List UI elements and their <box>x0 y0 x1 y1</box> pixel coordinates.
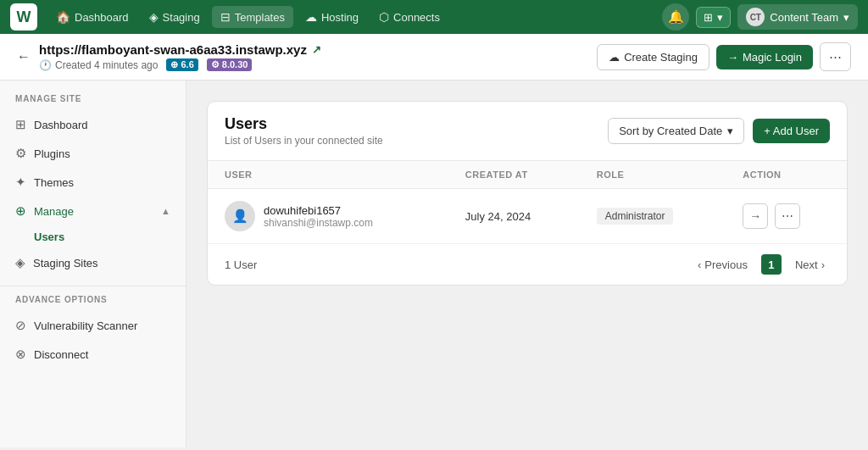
nav-item-templates[interactable]: ⊟ Templates <box>212 6 293 28</box>
sidebar-disconnect-label: Disconnect <box>34 348 88 361</box>
php-version-badge: ⚙ 8.0.30 <box>207 58 253 71</box>
sidebar-item-plugins[interactable]: ⚙ Plugins <box>0 139 186 168</box>
add-user-button[interactable]: + Add User <box>753 119 830 143</box>
magic-login-button[interactable]: → Magic Login <box>716 45 813 69</box>
role-cell: Administrator <box>580 189 726 244</box>
nav-item-dashboard[interactable]: 🏠 Dashboard <box>47 6 137 28</box>
disconnect-icon: ⊗ <box>15 347 26 362</box>
themes-sidebar-icon: ✦ <box>15 175 26 190</box>
notification-bell[interactable]: 🔔 <box>662 3 689 31</box>
created-at-cell: July 24, 2024 <box>448 189 580 244</box>
logo-letter: W <box>17 9 31 25</box>
create-staging-label: Create Staging <box>624 51 698 64</box>
logo[interactable]: W <box>10 3 37 31</box>
avatar: 👤 <box>225 201 255 231</box>
nav-templates-label: Templates <box>235 11 285 24</box>
action-cell: → ⋯ <box>726 189 847 244</box>
back-button[interactable]: ← <box>17 49 31 64</box>
dashboard-sidebar-icon: ⊞ <box>15 117 26 132</box>
total-users-label: 1 User <box>225 258 257 271</box>
sidebar-vulnerability-label: Vulnerability Scanner <box>34 319 137 332</box>
subheader: ← https://flamboyant-swan-a6aa33.instawp… <box>0 34 868 81</box>
sidebar-manage-label: Manage <box>34 205 74 218</box>
main-layout: MANAGE SITE ⊞ Dashboard ⚙ Plugins ✦ Them… <box>0 81 868 447</box>
workspace-switcher[interactable]: ⊞ ▾ <box>696 7 731 28</box>
user-details: dowuhifebi1657 shivanshi@instawp.com <box>264 204 373 229</box>
staging-sites-sidebar-icon: ◈ <box>15 255 25 270</box>
user-cell: 👤 dowuhifebi1657 shivanshi@instawp.com <box>208 189 448 244</box>
templates-icon: ⊟ <box>220 10 231 24</box>
col-header-role: ROLE <box>580 161 726 189</box>
next-button[interactable]: Next › <box>790 256 830 274</box>
sidebar-dashboard-label: Dashboard <box>34 119 88 131</box>
previous-label: Previous <box>704 258 748 271</box>
external-link-icon[interactable]: ↗ <box>312 43 321 56</box>
login-action-button[interactable]: → <box>743 203 768 229</box>
staging-icon: ◈ <box>149 10 159 24</box>
more-options-button[interactable]: ⋯ <box>820 42 851 71</box>
content-area: Users List of Users in your connected si… <box>186 81 868 447</box>
manage-chevron-icon: ▲ <box>161 206 170 216</box>
topnav: W 🏠 Dashboard ◈ Staging ⊟ Templates ☁ Ho… <box>0 0 868 34</box>
site-url-text: https://flamboyant-swan-a6aa33.instawp.x… <box>39 42 307 57</box>
sort-button[interactable]: Sort by Created Date ▾ <box>608 118 744 144</box>
sidebar-item-dashboard[interactable]: ⊞ Dashboard <box>0 110 186 139</box>
card-header: Users List of Users in your connected si… <box>208 102 847 160</box>
nav-connects-label: Connects <box>393 11 440 24</box>
col-header-user: USER <box>208 161 448 189</box>
col-header-action: ACTION <box>726 161 847 189</box>
manage-site-label: MANAGE SITE <box>0 94 186 110</box>
sidebar-item-themes[interactable]: ✦ Themes <box>0 168 186 197</box>
created-label: 🕐 Created 4 minutes ago <box>39 59 158 71</box>
create-staging-icon: ☁ <box>609 51 620 64</box>
nav-item-staging[interactable]: ◈ Staging <box>141 6 209 28</box>
clock-icon: 🕐 <box>39 59 52 71</box>
site-url-container: https://flamboyant-swan-a6aa33.instawp.x… <box>39 42 321 57</box>
card-subtitle: List of Users in your connected site <box>225 135 383 147</box>
create-staging-button[interactable]: ☁ Create Staging <box>597 44 709 70</box>
user-chevron-icon: ▾ <box>843 11 849 24</box>
sidebar-item-manage[interactable]: ⊕ Manage ▲ <box>0 197 186 225</box>
col-header-created-at: CREATED AT <box>448 161 580 189</box>
current-page[interactable]: 1 <box>761 254 782 275</box>
wp-version-badge: ⊕ 6.6 <box>166 58 198 71</box>
nav-dashboard-label: Dashboard <box>75 11 129 24</box>
chevron-down-icon: ▾ <box>717 11 723 24</box>
subheader-actions: ☁ Create Staging → Magic Login ⋯ <box>597 42 851 71</box>
previous-button[interactable]: ‹ Previous <box>693 256 753 274</box>
sidebar-plugins-label: Plugins <box>34 147 70 160</box>
user-avatar-circle: CT <box>746 8 765 26</box>
previous-icon: ‹ <box>698 258 701 271</box>
user-info: 👤 dowuhifebi1657 shivanshi@instawp.com <box>225 201 431 231</box>
pagination-controls: ‹ Previous 1 Next › <box>693 254 830 275</box>
connects-icon: ⬡ <box>379 10 389 24</box>
more-action-button[interactable]: ⋯ <box>775 203 800 229</box>
nav-item-connects[interactable]: ⬡ Connects <box>370 6 448 28</box>
manage-sidebar-icon: ⊕ <box>15 203 26 219</box>
plugins-sidebar-icon: ⚙ <box>15 146 26 161</box>
user-menu[interactable]: CT Content Team ▾ <box>737 4 858 30</box>
workspace-icon: ⊞ <box>704 11 713 24</box>
dashboard-icon: 🏠 <box>56 10 70 24</box>
sidebar-item-vulnerability-scanner[interactable]: ⊘ Vulnerability Scanner <box>0 311 186 340</box>
sidebar-staging-sites-label: Staging Sites <box>33 257 98 269</box>
next-icon: › <box>821 258 825 271</box>
avatar-icon: 👤 <box>232 208 248 224</box>
hosting-icon: ☁ <box>305 10 317 24</box>
sidebar-sub-item-users[interactable]: Users <box>0 225 186 248</box>
add-user-label: + Add User <box>764 125 819 137</box>
sidebar-themes-label: Themes <box>34 176 74 189</box>
user-name: dowuhifebi1657 <box>264 204 373 217</box>
sidebar-users-label: Users <box>34 231 64 243</box>
pagination: 1 User ‹ Previous 1 Next › <box>208 244 847 285</box>
vulnerability-scanner-icon: ⊘ <box>15 318 26 333</box>
action-buttons: → ⋯ <box>743 203 830 229</box>
sidebar-item-disconnect[interactable]: ⊗ Disconnect <box>0 340 186 369</box>
role-badge: Administrator <box>597 208 674 225</box>
nav-item-hosting[interactable]: ☁ Hosting <box>297 6 367 28</box>
user-name-label: Content Team <box>770 11 838 24</box>
more-icon: ⋯ <box>829 49 842 64</box>
users-table: USER CREATED AT ROLE ACTION 👤 <box>208 160 847 244</box>
sidebar-item-staging-sites[interactable]: ◈ Staging Sites <box>0 248 186 277</box>
table-header-row: USER CREATED AT ROLE ACTION <box>208 161 847 189</box>
